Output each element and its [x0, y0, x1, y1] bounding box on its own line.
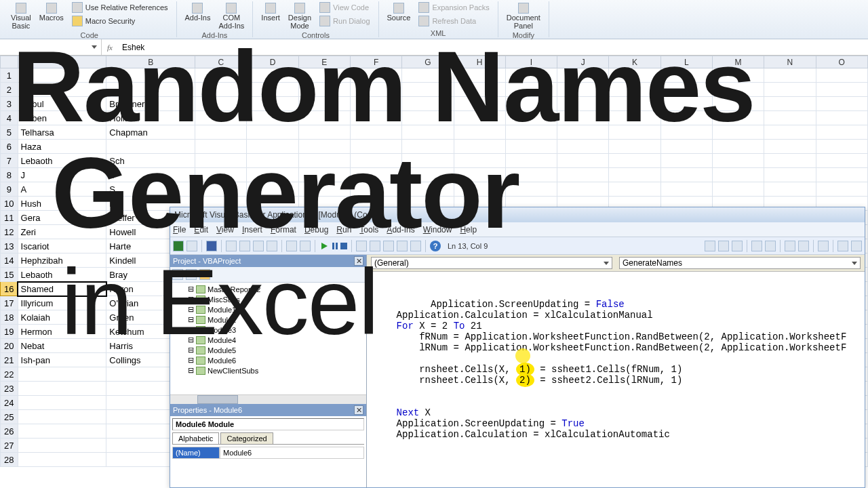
- toolbox-icon[interactable]: [410, 241, 421, 251]
- cell[interactable]: [660, 168, 712, 182]
- cell[interactable]: [454, 154, 505, 168]
- cell[interactable]: [816, 125, 867, 140]
- cell[interactable]: [816, 97, 867, 111]
- cell[interactable]: [454, 140, 505, 154]
- row-header[interactable]: 27: [1, 439, 18, 453]
- cell[interactable]: [402, 154, 454, 168]
- column-header[interactable]: B: [106, 56, 195, 68]
- cell[interactable]: [195, 97, 247, 111]
- cell[interactable]: [764, 83, 816, 97]
- row-header[interactable]: 7: [1, 154, 18, 168]
- menu-edit[interactable]: Edit: [194, 225, 208, 235]
- formula-input[interactable]: [118, 39, 868, 55]
- macros-button[interactable]: Macros: [37, 1, 66, 31]
- cell[interactable]: Fi: [18, 68, 106, 83]
- design-mode-button[interactable]: Design Mode: [285, 1, 314, 31]
- cell[interactable]: [712, 97, 764, 111]
- cell[interactable]: Zeri: [18, 225, 106, 239]
- cell[interactable]: Gera: [18, 211, 106, 225]
- select-all-corner[interactable]: [1, 56, 18, 68]
- tree-item-module[interactable]: ⊟Module1: [172, 304, 365, 314]
- cell[interactable]: [609, 140, 660, 154]
- menu-debug[interactable]: Debug: [304, 225, 328, 235]
- tree-item-module[interactable]: ⊟MiscSubs: [172, 294, 365, 304]
- row-header[interactable]: 20: [1, 339, 18, 353]
- cell[interactable]: [18, 410, 106, 424]
- cell[interactable]: [195, 111, 247, 125]
- cell[interactable]: [247, 182, 298, 197]
- use-relative-refs-button[interactable]: Use Relative References: [69, 1, 171, 14]
- column-header[interactable]: E: [298, 56, 350, 68]
- cell[interactable]: [505, 182, 557, 197]
- comment-icon[interactable]: [837, 241, 848, 251]
- menu-add-ins[interactable]: Add-Ins: [387, 225, 414, 235]
- undo-icon[interactable]: [286, 241, 297, 251]
- cell[interactable]: [557, 97, 609, 111]
- cell[interactable]: [18, 382, 106, 396]
- cell[interactable]: [350, 182, 401, 197]
- view-code-button[interactable]: View Code: [317, 1, 372, 14]
- cell[interactable]: Bruckner: [106, 97, 195, 111]
- cell[interactable]: [712, 154, 764, 168]
- cell[interactable]: Iscariot: [18, 239, 106, 253]
- cell[interactable]: [609, 97, 660, 111]
- cell[interactable]: [609, 154, 660, 168]
- cell[interactable]: [505, 68, 557, 83]
- cell[interactable]: [609, 83, 660, 97]
- cell[interactable]: [247, 97, 298, 111]
- cell[interactable]: [712, 182, 764, 197]
- save-icon[interactable]: [206, 241, 217, 251]
- excel-icon[interactable]: [173, 241, 184, 251]
- cell[interactable]: [557, 68, 609, 83]
- cell[interactable]: [350, 83, 401, 97]
- column-header[interactable]: O: [816, 56, 867, 68]
- cell[interactable]: Cabul: [18, 97, 106, 111]
- row-header[interactable]: 17: [1, 296, 18, 310]
- cell[interactable]: Ish-pan: [18, 353, 106, 367]
- close-icon[interactable]: ✕: [354, 405, 363, 415]
- cell[interactable]: [660, 182, 712, 197]
- cell[interactable]: [454, 83, 505, 97]
- cell[interactable]: Hush: [18, 197, 106, 211]
- indent-icon[interactable]: [785, 241, 795, 251]
- cell[interactable]: [454, 111, 505, 125]
- refresh-data-button[interactable]: Refresh Data: [416, 15, 492, 27]
- cell[interactable]: [505, 154, 557, 168]
- close-icon[interactable]: ✕: [354, 256, 363, 266]
- tree-item-module[interactable]: ⊟Module2: [172, 314, 365, 325]
- cell[interactable]: [764, 182, 816, 197]
- tree-item-module[interactable]: ⊟Module6: [172, 355, 365, 365]
- cell[interactable]: [247, 140, 298, 154]
- menu-insert[interactable]: Insert: [242, 225, 262, 235]
- row-header[interactable]: 10: [1, 197, 18, 211]
- column-header[interactable]: G: [402, 56, 454, 68]
- cell[interactable]: [764, 125, 816, 140]
- cell[interactable]: [764, 97, 816, 111]
- cell[interactable]: [557, 182, 609, 197]
- cell[interactable]: S: [106, 182, 195, 197]
- row-header[interactable]: 25: [1, 410, 18, 424]
- row-header[interactable]: 28: [1, 453, 18, 467]
- addins-button[interactable]: Add-Ins: [182, 1, 214, 31]
- cell[interactable]: [660, 68, 712, 83]
- cell[interactable]: [18, 424, 106, 439]
- cell[interactable]: [454, 182, 505, 197]
- help-icon[interactable]: ?: [430, 241, 441, 251]
- row-header[interactable]: 26: [1, 424, 18, 439]
- cell[interactable]: Kolaiah: [18, 310, 106, 325]
- row-header[interactable]: 11: [1, 211, 18, 225]
- project-tree[interactable]: ⊟MasterReports2⊟MiscSubs⊟Module1⊟Module2…: [170, 283, 366, 394]
- cell[interactable]: [106, 140, 195, 154]
- cell[interactable]: [816, 111, 867, 125]
- cell[interactable]: Hephzibah: [18, 253, 106, 268]
- row-header[interactable]: 23: [1, 382, 18, 396]
- cell[interactable]: Ig: [18, 83, 106, 97]
- cell[interactable]: Nebat: [18, 339, 106, 353]
- cell[interactable]: [609, 111, 660, 125]
- cell[interactable]: [609, 182, 660, 197]
- procedure-dropdown[interactable]: GenerateNames: [619, 257, 861, 269]
- toolbar-icon[interactable]: [751, 241, 762, 251]
- cell[interactable]: [764, 154, 816, 168]
- cell[interactable]: [816, 68, 867, 83]
- cell[interactable]: [712, 111, 764, 125]
